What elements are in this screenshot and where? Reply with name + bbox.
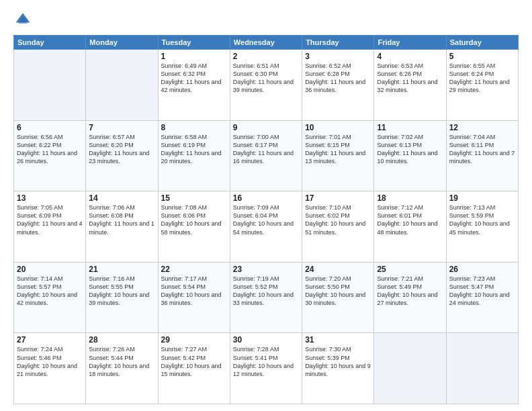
calendar-header-wednesday: Wednesday — [230, 36, 302, 50]
day-info: Sunrise: 7:24 AM Sunset: 5:46 PM Dayligh… — [17, 345, 83, 378]
calendar-cell: 28Sunrise: 7:26 AM Sunset: 5:44 PM Dayli… — [86, 333, 158, 404]
calendar: SundayMondayTuesdayWednesdayThursdayFrid… — [13, 35, 519, 404]
calendar-cell: 16Sunrise: 7:09 AM Sunset: 6:04 PM Dayli… — [230, 191, 302, 263]
day-number: 13 — [17, 193, 83, 203]
day-info: Sunrise: 7:14 AM Sunset: 5:57 PM Dayligh… — [17, 275, 83, 308]
calendar-cell: 12Sunrise: 7:04 AM Sunset: 6:11 PM Dayli… — [446, 120, 518, 191]
calendar-week-row: 13Sunrise: 7:05 AM Sunset: 6:09 PM Dayli… — [14, 191, 519, 263]
calendar-cell: 10Sunrise: 7:01 AM Sunset: 6:15 PM Dayli… — [302, 120, 374, 191]
day-info: Sunrise: 7:01 AM Sunset: 6:15 PM Dayligh… — [305, 133, 371, 166]
calendar-week-row: 6Sunrise: 6:56 AM Sunset: 6:22 PM Daylig… — [14, 120, 519, 191]
day-number: 9 — [233, 123, 299, 132]
day-info: Sunrise: 6:55 AM Sunset: 6:24 PM Dayligh… — [449, 62, 515, 95]
day-info: Sunrise: 7:00 AM Sunset: 6:17 PM Dayligh… — [233, 133, 299, 166]
calendar-cell: 7Sunrise: 6:57 AM Sunset: 6:20 PM Daylig… — [86, 120, 158, 191]
day-number: 15 — [161, 193, 227, 203]
calendar-cell: 31Sunrise: 7:30 AM Sunset: 5:39 PM Dayli… — [302, 333, 374, 404]
day-number: 6 — [17, 123, 83, 132]
page: SundayMondayTuesdayWednesdayThursdayFrid… — [0, 0, 532, 411]
day-number: 12 — [449, 123, 515, 132]
day-info: Sunrise: 7:20 AM Sunset: 5:50 PM Dayligh… — [305, 275, 371, 308]
day-info: Sunrise: 6:58 AM Sunset: 6:19 PM Dayligh… — [161, 133, 227, 166]
day-number: 1 — [161, 52, 227, 61]
day-number: 14 — [89, 193, 154, 203]
header — [13, 11, 519, 30]
day-info: Sunrise: 7:28 AM Sunset: 5:41 PM Dayligh… — [233, 345, 299, 378]
calendar-cell: 15Sunrise: 7:08 AM Sunset: 6:06 PM Dayli… — [158, 191, 230, 263]
calendar-cell: 19Sunrise: 7:13 AM Sunset: 5:59 PM Dayli… — [446, 191, 518, 263]
day-info: Sunrise: 6:51 AM Sunset: 6:30 PM Dayligh… — [233, 62, 299, 95]
calendar-cell: 8Sunrise: 6:58 AM Sunset: 6:19 PM Daylig… — [158, 120, 230, 191]
calendar-cell — [374, 333, 446, 404]
calendar-header-thursday: Thursday — [302, 36, 374, 50]
calendar-cell — [14, 50, 86, 121]
day-number: 28 — [89, 335, 154, 345]
calendar-cell: 25Sunrise: 7:21 AM Sunset: 5:49 PM Dayli… — [374, 262, 446, 333]
calendar-cell: 4Sunrise: 6:53 AM Sunset: 6:26 PM Daylig… — [374, 50, 446, 121]
day-number: 8 — [161, 123, 227, 132]
day-number: 11 — [377, 123, 443, 132]
day-info: Sunrise: 7:26 AM Sunset: 5:44 PM Dayligh… — [89, 345, 154, 378]
day-number: 3 — [305, 52, 371, 61]
calendar-cell: 22Sunrise: 7:17 AM Sunset: 5:54 PM Dayli… — [158, 262, 230, 333]
day-info: Sunrise: 7:09 AM Sunset: 6:04 PM Dayligh… — [233, 203, 299, 236]
day-info: Sunrise: 7:23 AM Sunset: 5:47 PM Dayligh… — [449, 275, 515, 308]
day-info: Sunrise: 7:19 AM Sunset: 5:52 PM Dayligh… — [233, 275, 299, 308]
day-info: Sunrise: 7:05 AM Sunset: 6:09 PM Dayligh… — [17, 203, 83, 236]
calendar-cell: 6Sunrise: 6:56 AM Sunset: 6:22 PM Daylig… — [14, 120, 86, 191]
calendar-cell: 14Sunrise: 7:06 AM Sunset: 6:08 PM Dayli… — [86, 191, 158, 263]
day-number: 2 — [233, 52, 299, 61]
day-info: Sunrise: 7:06 AM Sunset: 6:08 PM Dayligh… — [89, 203, 154, 236]
day-info: Sunrise: 7:17 AM Sunset: 5:54 PM Dayligh… — [161, 275, 227, 308]
day-info: Sunrise: 7:10 AM Sunset: 6:02 PM Dayligh… — [305, 203, 371, 236]
day-number: 22 — [161, 265, 227, 274]
day-number: 24 — [305, 265, 371, 274]
calendar-cell: 18Sunrise: 7:12 AM Sunset: 6:01 PM Dayli… — [374, 191, 446, 263]
day-number: 20 — [17, 265, 83, 274]
day-info: Sunrise: 7:08 AM Sunset: 6:06 PM Dayligh… — [161, 203, 227, 236]
day-info: Sunrise: 7:12 AM Sunset: 6:01 PM Dayligh… — [377, 203, 443, 236]
calendar-cell — [86, 50, 158, 121]
calendar-cell: 30Sunrise: 7:28 AM Sunset: 5:41 PM Dayli… — [230, 333, 302, 404]
day-number: 5 — [449, 52, 515, 61]
day-info: Sunrise: 6:53 AM Sunset: 6:26 PM Dayligh… — [377, 62, 443, 95]
day-info: Sunrise: 7:30 AM Sunset: 5:39 PM Dayligh… — [305, 345, 371, 378]
calendar-cell: 2Sunrise: 6:51 AM Sunset: 6:30 PM Daylig… — [230, 50, 302, 121]
day-info: Sunrise: 7:04 AM Sunset: 6:11 PM Dayligh… — [449, 133, 515, 166]
logo — [13, 11, 35, 30]
calendar-week-row: 1Sunrise: 6:49 AM Sunset: 6:32 PM Daylig… — [14, 50, 519, 121]
calendar-cell: 3Sunrise: 6:52 AM Sunset: 6:28 PM Daylig… — [302, 50, 374, 121]
logo-icon — [13, 11, 32, 30]
calendar-cell: 9Sunrise: 7:00 AM Sunset: 6:17 PM Daylig… — [230, 120, 302, 191]
calendar-cell: 24Sunrise: 7:20 AM Sunset: 5:50 PM Dayli… — [302, 262, 374, 333]
day-number: 4 — [377, 52, 443, 61]
calendar-cell: 5Sunrise: 6:55 AM Sunset: 6:24 PM Daylig… — [446, 50, 518, 121]
calendar-cell: 1Sunrise: 6:49 AM Sunset: 6:32 PM Daylig… — [158, 50, 230, 121]
day-number: 31 — [305, 335, 371, 345]
day-number: 18 — [377, 193, 443, 203]
calendar-cell: 29Sunrise: 7:27 AM Sunset: 5:42 PM Dayli… — [158, 333, 230, 404]
calendar-cell: 11Sunrise: 7:02 AM Sunset: 6:13 PM Dayli… — [374, 120, 446, 191]
day-number: 29 — [161, 335, 227, 345]
day-number: 10 — [305, 123, 371, 132]
calendar-cell: 13Sunrise: 7:05 AM Sunset: 6:09 PM Dayli… — [14, 191, 86, 263]
day-info: Sunrise: 7:13 AM Sunset: 5:59 PM Dayligh… — [449, 203, 515, 236]
calendar-cell: 21Sunrise: 7:16 AM Sunset: 5:55 PM Dayli… — [86, 262, 158, 333]
day-info: Sunrise: 6:57 AM Sunset: 6:20 PM Dayligh… — [89, 133, 154, 166]
calendar-header-tuesday: Tuesday — [158, 36, 230, 50]
calendar-header-sunday: Sunday — [14, 36, 86, 50]
calendar-week-row: 20Sunrise: 7:14 AM Sunset: 5:57 PM Dayli… — [14, 262, 519, 333]
calendar-header-row: SundayMondayTuesdayWednesdayThursdayFrid… — [14, 36, 519, 50]
day-info: Sunrise: 7:21 AM Sunset: 5:49 PM Dayligh… — [377, 275, 443, 308]
calendar-cell: 27Sunrise: 7:24 AM Sunset: 5:46 PM Dayli… — [14, 333, 86, 404]
day-number: 26 — [449, 265, 515, 274]
day-number: 19 — [449, 193, 515, 203]
day-number: 23 — [233, 265, 299, 274]
day-number: 25 — [377, 265, 443, 274]
day-number: 21 — [89, 265, 154, 274]
calendar-header-friday: Friday — [374, 36, 446, 50]
day-info: Sunrise: 7:02 AM Sunset: 6:13 PM Dayligh… — [377, 133, 443, 166]
calendar-cell: 17Sunrise: 7:10 AM Sunset: 6:02 PM Dayli… — [302, 191, 374, 263]
day-info: Sunrise: 7:16 AM Sunset: 5:55 PM Dayligh… — [89, 275, 154, 308]
day-number: 27 — [17, 335, 83, 345]
